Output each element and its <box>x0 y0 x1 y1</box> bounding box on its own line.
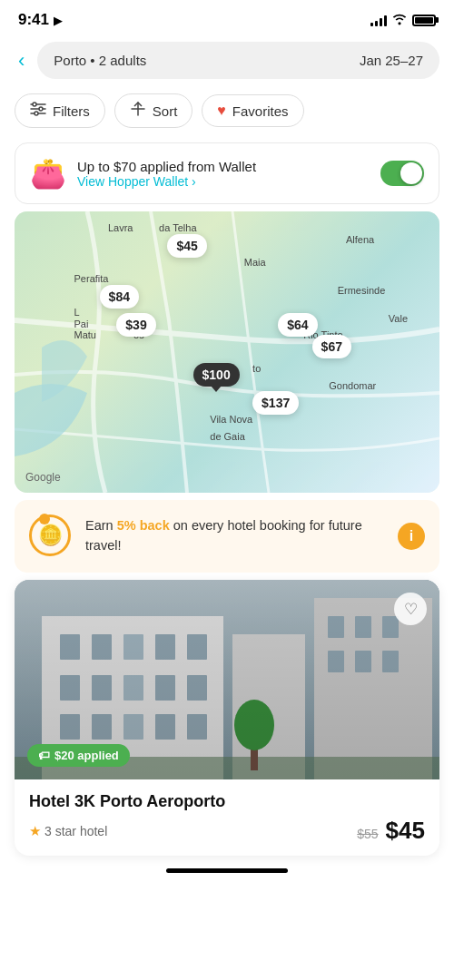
hotel-stars-row: ★ 3 star hotel $55 $45 <box>29 817 425 845</box>
hotel-image: ♡ 🏷 $20 applied <box>15 580 439 779</box>
status-bar: 9:41 ▶ <box>0 0 454 34</box>
map-label: Matu <box>74 329 96 340</box>
wallet-toggle[interactable] <box>380 161 424 186</box>
hotel-discount-badge: 🏷 $20 applied <box>27 744 130 767</box>
signal-icon <box>370 14 387 26</box>
google-watermark: Google <box>25 471 61 484</box>
back-button[interactable]: ‹ <box>15 45 28 76</box>
hotel-favorite-button[interactable]: ♡ <box>394 593 427 625</box>
sort-label: Sort <box>153 103 178 119</box>
map-background: Lavrada TelhaAlfenaMaiaPerafitaErmesinde… <box>15 211 439 493</box>
hotel-rating-label: 3 star hotel <box>44 824 107 838</box>
cashback-text: Earn 5% back on every hotel booking for … <box>85 516 385 556</box>
search-pill[interactable]: Porto • 2 adults Jan 25–27 <box>37 42 439 79</box>
info-button[interactable]: i <box>398 523 425 550</box>
cashback-highlight: 5% back <box>117 518 170 533</box>
svg-point-5 <box>35 112 38 115</box>
hotel-name: Hotel 3K Porto Aeroporto <box>29 792 425 811</box>
sort-button[interactable]: Sort <box>114 93 193 128</box>
wallet-text: Up to $70 applied from Wallet View Hoppe… <box>77 159 370 189</box>
map-label: Ermesinde <box>338 285 386 296</box>
hotel-price-new: $45 <box>386 817 425 845</box>
map-label: Alfena <box>346 234 374 245</box>
price-bubble[interactable]: $84 <box>100 285 139 309</box>
wifi-icon <box>392 13 407 28</box>
price-bubble[interactable]: $45 <box>167 234 206 258</box>
hotel-price-old: $55 <box>357 827 378 841</box>
hotel-price-area: $55 $45 <box>357 817 425 845</box>
map-label: Perafita <box>74 273 109 284</box>
map-label: to <box>252 363 261 374</box>
location-icon: ▶ <box>54 14 63 27</box>
svg-point-4 <box>39 107 43 111</box>
discount-label: $20 applied <box>54 749 119 762</box>
map-label: Maia <box>244 257 266 268</box>
status-time: 9:41 <box>18 11 49 29</box>
filter-row: Filters Sort ♥ Favorites <box>0 86 454 135</box>
status-icons <box>370 13 436 28</box>
price-bubble[interactable]: $100 <box>193 363 240 387</box>
favorites-label: Favorites <box>232 103 289 119</box>
hotel-info: Hotel 3K Porto Aeroporto ★ 3 star hotel … <box>15 779 439 856</box>
battery-icon <box>412 15 436 26</box>
filters-label: Filters <box>53 103 90 119</box>
price-bubble[interactable]: $137 <box>252 391 299 415</box>
search-destination: Porto • 2 adults <box>54 53 146 68</box>
hotel-favorite-icon: ♡ <box>404 600 418 619</box>
sort-icon <box>130 102 146 120</box>
cashback-banner: 🪙 Earn 5% back on every hotel booking fo… <box>15 500 439 573</box>
price-bubble[interactable]: $64 <box>278 313 317 337</box>
cashback-text-before: Earn <box>85 518 117 533</box>
svg-point-3 <box>33 103 36 106</box>
cashback-icon: 🪙 <box>29 514 73 558</box>
search-bar: ‹ Porto • 2 adults Jan 25–27 <box>0 34 454 86</box>
heart-icon: ♥ <box>217 103 226 119</box>
price-bubble[interactable]: $39 <box>116 313 155 337</box>
map-label: Vila Nova <box>210 414 252 425</box>
search-dates: Jan 25–27 <box>360 53 423 68</box>
hotel-card: ♡ 🏷 $20 applied Hotel 3K Porto Aeroporto… <box>15 580 439 856</box>
hotel-stars: ★ 3 star hotel <box>29 823 107 839</box>
wallet-title: Up to $70 applied from Wallet <box>77 159 370 174</box>
favorites-button[interactable]: ♥ Favorites <box>202 94 303 127</box>
map-label: de Gaia <box>210 431 245 442</box>
price-bubble[interactable]: $67 <box>312 335 351 358</box>
map-container[interactable]: Lavrada TelhaAlfenaMaiaPerafitaErmesinde… <box>15 211 439 493</box>
map-label: Vale <box>389 313 408 324</box>
filter-sliders-icon <box>30 102 46 120</box>
filters-button[interactable]: Filters <box>15 93 105 128</box>
map-label: L <box>74 307 80 318</box>
map-label: Lavra <box>108 222 133 233</box>
wallet-link[interactable]: View Hopper Wallet <box>77 174 370 189</box>
home-indicator <box>166 868 288 873</box>
star-icon: ★ <box>29 823 41 839</box>
toggle-knob <box>400 162 422 184</box>
map-label: da Telha <box>159 222 196 233</box>
cashback-ring: 🪙 <box>29 514 71 556</box>
cashback-coin: 🪙 <box>38 524 63 547</box>
map-label: Gondomar <box>329 380 376 391</box>
wallet-emoji: 👛 <box>30 156 66 191</box>
wallet-banner: 👛 Up to $70 applied from Wallet View Hop… <box>15 142 439 204</box>
discount-icon: 🏷 <box>38 749 50 762</box>
map-label: Pai <box>74 318 89 329</box>
